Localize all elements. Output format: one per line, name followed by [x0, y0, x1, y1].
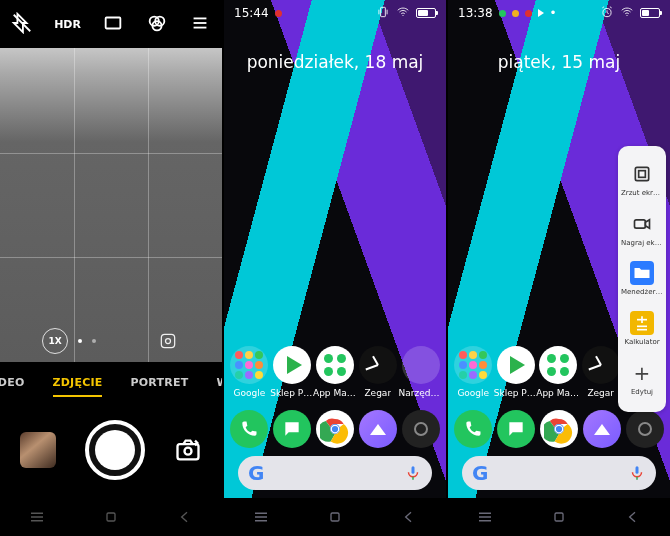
nav-home-icon[interactable] [550, 508, 568, 526]
folder-icon [630, 261, 654, 285]
sidebar-files[interactable]: Menedżer ... [618, 255, 666, 303]
nav-back-icon[interactable] [624, 508, 642, 526]
app-tools-folder[interactable]: Narzędzia [400, 346, 442, 398]
app-label: App Market [536, 388, 580, 398]
gallery-thumbnail[interactable] [20, 432, 56, 468]
sidebar-label: Kalkulator [622, 339, 661, 347]
svg-line-32 [602, 6, 604, 7]
home-screen: 15:44 poniedziałek, 18 maj Google [224, 0, 446, 536]
app-play-store[interactable]: Sklep Play [271, 346, 313, 398]
dock [448, 410, 670, 448]
battery-icon [416, 8, 436, 18]
svg-rect-8 [161, 334, 174, 347]
nav-home-icon[interactable] [102, 508, 120, 526]
camera-mode-tabs: WIDEO ZDJĘCIE PORTRET WIĘ [0, 362, 222, 402]
record-icon [630, 212, 654, 236]
svg-point-11 [185, 448, 192, 455]
dock-messages[interactable] [271, 410, 313, 448]
nav-back-icon[interactable] [176, 508, 194, 526]
sidebar-record[interactable]: Nagraj ekran [618, 206, 666, 254]
shutter-button[interactable] [85, 420, 145, 480]
status-bar: 13:38 • [448, 0, 670, 26]
mode-more[interactable]: WIĘ [216, 376, 222, 389]
dock-phone[interactable] [228, 410, 270, 448]
camera-screen: HDR 1X WIDEO ZDJĘCIE PORTRET [0, 0, 222, 536]
dock-extra[interactable] [400, 410, 442, 448]
sidebar-calculator[interactable]: Kalkulator [618, 305, 666, 353]
status-time: 13:38 [458, 6, 493, 20]
dock-messages[interactable] [495, 410, 537, 448]
svg-rect-28 [331, 513, 339, 521]
dock-phone[interactable] [452, 410, 494, 448]
svg-rect-1 [106, 17, 121, 28]
wifi-icon [396, 5, 410, 22]
switch-camera-icon[interactable] [174, 436, 202, 464]
nav-recents-icon[interactable] [476, 508, 494, 526]
dock-chrome[interactable] [538, 410, 580, 448]
dock-gallery[interactable] [357, 410, 399, 448]
google-lens-icon[interactable] [156, 329, 180, 353]
notification-dot-icon [499, 10, 506, 17]
date-widget[interactable]: piątek, 15 maj [448, 52, 670, 72]
filter-icon[interactable] [146, 12, 168, 37]
dock-gallery[interactable] [581, 410, 623, 448]
svg-rect-37 [635, 220, 646, 228]
mode-portrait[interactable]: PORTRET [130, 376, 188, 389]
svg-rect-50 [555, 513, 563, 521]
app-market[interactable]: App Market [314, 346, 356, 398]
zoom-button[interactable]: 1X [42, 328, 68, 354]
mic-icon[interactable] [628, 464, 646, 482]
app-google-folder[interactable]: Google [228, 346, 270, 398]
app-label: Google [234, 388, 266, 398]
battery-icon [640, 8, 660, 18]
google-search-bar[interactable]: G [238, 456, 432, 490]
google-search-bar[interactable]: G [462, 456, 656, 490]
app-clock[interactable]: Zegar [580, 346, 622, 398]
menu-icon[interactable] [189, 12, 211, 37]
svg-rect-10 [178, 444, 199, 459]
mode-photo[interactable]: ZDJĘCIE [53, 376, 103, 389]
zoom-dot [78, 339, 82, 343]
nav-recents-icon[interactable] [28, 508, 46, 526]
svg-point-9 [166, 339, 171, 344]
svg-rect-35 [635, 167, 648, 180]
play-indicator-icon [538, 9, 544, 17]
date-widget[interactable]: poniedziałek, 18 maj [224, 52, 446, 72]
nav-recents-icon[interactable] [252, 508, 270, 526]
app-label: Sklep Play [270, 388, 314, 398]
notification-dot-icon [525, 10, 532, 17]
zoom-controls: 1X [0, 328, 222, 354]
sidebar-label: Menedżer ... [619, 289, 665, 297]
google-logo-icon: G [472, 461, 488, 485]
nav-home-icon[interactable] [326, 508, 344, 526]
sidebar-label: Edytuj [629, 389, 655, 397]
svg-line-33 [610, 6, 612, 7]
aspect-icon[interactable] [102, 12, 124, 37]
app-play-store[interactable]: Sklep Play [495, 346, 537, 398]
svg-line-31 [607, 12, 609, 13]
app-label: Zegar [587, 388, 614, 398]
mode-video[interactable]: WIDEO [0, 376, 25, 389]
zoom-dot [92, 339, 96, 343]
mic-icon[interactable] [404, 464, 422, 482]
hdr-icon[interactable]: HDR [54, 18, 81, 31]
camera-viewfinder[interactable]: 1X [0, 48, 222, 362]
android-navbar [0, 498, 222, 536]
status-bar: 15:44 [224, 0, 446, 26]
dock-extra[interactable] [624, 410, 666, 448]
sidebar-edit[interactable]: + Edytuj [618, 355, 666, 403]
camera-controls [0, 402, 222, 498]
notification-dot-icon [512, 10, 519, 17]
app-market[interactable]: App Market [537, 346, 579, 398]
vibrate-icon [376, 5, 390, 22]
sidebar-label: Zrzut ekranu [619, 190, 665, 198]
dock-chrome[interactable] [314, 410, 356, 448]
dock [224, 410, 446, 448]
app-clock[interactable]: Zegar [357, 346, 399, 398]
nav-back-icon[interactable] [400, 508, 418, 526]
app-google-folder[interactable]: Google [452, 346, 494, 398]
flash-icon[interactable] [11, 12, 33, 37]
android-navbar [224, 498, 446, 536]
sidebar-screenshot[interactable]: Zrzut ekranu [618, 156, 666, 204]
notification-dot-icon [275, 10, 282, 17]
